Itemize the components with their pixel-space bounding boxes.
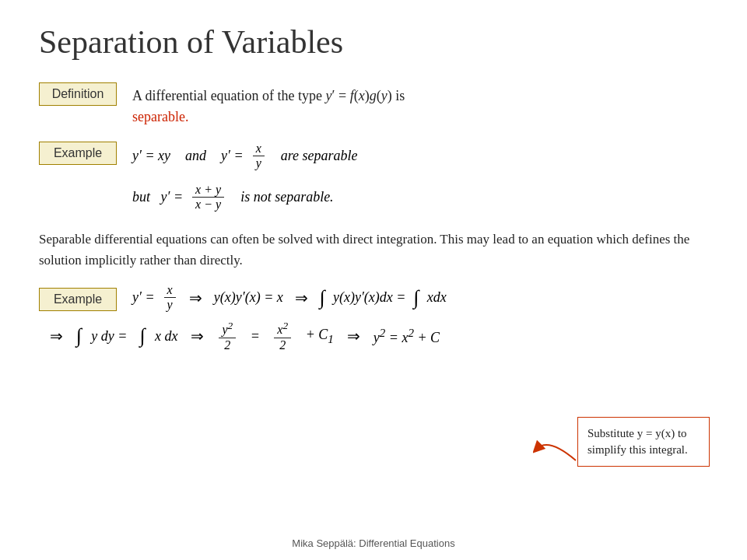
definition-text-before: A differential equation of the type y′ =… <box>132 88 405 103</box>
example1-row2: but y′ = x + y x − y is not separable. <box>132 183 358 212</box>
example2-math: y′ = x y ⇒ y(x)y′(x) = x ⇒ ∫ y(x)y′(x)dx… <box>132 283 447 312</box>
example1-row1: y′ = xy and y′ = x y are separable <box>132 142 358 170</box>
definition-badge: Definition <box>39 82 117 106</box>
example1-section: Example y′ = xy and y′ = x y are separab… <box>39 142 708 212</box>
example2-section: Example y′ = x y ⇒ y(x)y′(x) = x ⇒ ∫ y(x… <box>39 283 708 312</box>
definition-content: A differential equation of the type y′ =… <box>132 82 405 128</box>
callout-box: Substitute y = y(x) to simplify this int… <box>577 417 710 467</box>
example2-row2: ⇒ ∫ y dy = ∫ x dx ⇒ y2 2 = x2 2 + C1 ⇒ y… <box>50 320 708 352</box>
callout-text: Substitute y = y(x) to simplify this int… <box>587 427 688 456</box>
paragraph-text: Separable differential equations can oft… <box>39 229 708 271</box>
slide-container: Separation of Variables Definition A dif… <box>0 0 747 560</box>
example1-badge: Example <box>39 142 117 165</box>
example1-math: y′ = xy and y′ = x y are separable but y… <box>132 142 358 212</box>
slide-title: Separation of Variables <box>39 23 708 61</box>
definition-separable-text: separable. <box>132 109 188 124</box>
definition-section: Definition A differential equation of th… <box>39 82 708 128</box>
footnote: Mika Seppälä: Differential Equations <box>0 537 747 549</box>
callout-arrow-svg <box>533 429 580 468</box>
example2-badge: Example <box>39 288 117 311</box>
example2-row1: y′ = x y ⇒ y(x)y′(x) = x ⇒ ∫ y(x)y′(x)dx… <box>132 283 447 312</box>
